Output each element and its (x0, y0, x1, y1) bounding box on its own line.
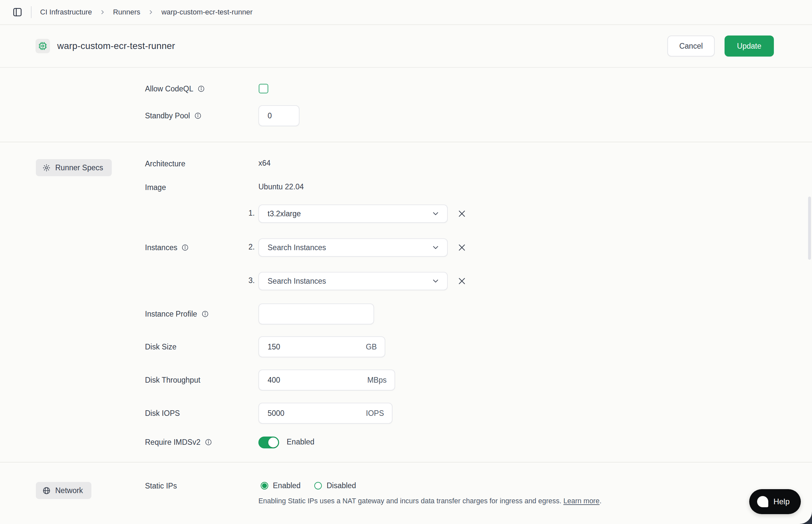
runner-icon-badge (35, 39, 50, 53)
instance-profile-row: Instance Profile (0, 304, 812, 325)
toggle-knob (268, 438, 278, 447)
static-ips-radio-group: Enabled Disabled (261, 481, 356, 490)
instance-row-1: 1. t3.2xlarge (0, 204, 812, 223)
disk-throughput-row: Disk Throughput MBps (0, 370, 812, 391)
cpu-chip-icon (38, 42, 47, 51)
static-ips-disabled-option[interactable]: Disabled (314, 481, 356, 490)
remove-instance-3-button[interactable] (456, 276, 467, 286)
divider (31, 6, 32, 18)
instance-profile-input-wrap (259, 304, 374, 325)
disk-throughput-input[interactable] (259, 370, 395, 391)
breadcrumb-runners[interactable]: Runners (113, 8, 140, 16)
update-button[interactable]: Update (725, 35, 774, 56)
standby-pool-input-wrap (259, 105, 299, 126)
allow-codeql-label-group: Allow CodeQL (145, 80, 205, 98)
imdsv2-state-label: Enabled (287, 438, 314, 446)
image-row: Image Ubuntu 22.04 (0, 178, 812, 197)
instance-row-number: 1. (230, 209, 255, 218)
sidebar-toggle-button[interactable] (12, 6, 23, 18)
radio-unselected-icon (314, 482, 322, 490)
disk-size-row: Disk Size GB (0, 336, 812, 357)
instance-select-3-placeholder: Search Instances (268, 277, 326, 286)
runner-settings-page: CI Infrastructure Runners warp-custom-ec… (0, 0, 812, 524)
help-button[interactable]: Help (749, 489, 801, 514)
section-divider (0, 142, 812, 142)
image-value: Ubuntu 22.04 (259, 182, 304, 191)
chevron-right-icon (99, 9, 106, 15)
scrollbar-thumb[interactable] (808, 197, 811, 260)
allow-codeql-label: Allow CodeQL (145, 84, 193, 93)
learn-more-link[interactable]: Learn more (563, 497, 600, 505)
info-icon[interactable] (201, 310, 209, 317)
imdsv2-toggle[interactable] (259, 437, 279, 448)
remove-instance-1-button[interactable] (456, 208, 467, 219)
chevron-down-icon (431, 243, 440, 252)
image-label: Image (145, 183, 166, 192)
instance-row-2: 2. Search Instances (0, 238, 812, 257)
standby-pool-input[interactable] (259, 105, 299, 126)
instance-select-2-placeholder: Search Instances (268, 243, 326, 252)
standby-pool-label: Standby Pool (145, 112, 190, 120)
instance-row-3: 3. Search Instances (0, 272, 812, 290)
instance-select-1-value: t3.2xlarge (268, 209, 301, 218)
help-text-period: . (600, 497, 602, 505)
allow-codeql-checkbox[interactable] (259, 84, 268, 93)
header-actions: Cancel Update (667, 35, 774, 56)
info-icon[interactable] (198, 85, 205, 92)
radio-selected-icon (261, 482, 268, 490)
chevron-down-icon (431, 277, 440, 285)
static-ips-help-text: Enabling Static IPs uses a NAT gateway a… (259, 497, 602, 505)
standby-pool-label-group: Standby Pool (145, 105, 201, 126)
instance-select-2[interactable]: Search Instances (259, 238, 448, 257)
help-button-label: Help (774, 497, 790, 506)
remove-instance-2-button[interactable] (456, 242, 467, 253)
static-ips-label: Static IPs (145, 481, 177, 490)
chat-bubble-icon (757, 496, 768, 507)
info-icon[interactable] (194, 112, 201, 119)
architecture-label: Architecture (145, 160, 185, 168)
static-ips-row: Static IPs Enabled Disabled (0, 477, 812, 495)
architecture-row: Architecture x64 (0, 154, 812, 173)
disk-throughput-label: Disk Throughput (145, 376, 200, 384)
static-ips-help-body: Enabling Static IPs uses a NAT gateway a… (259, 497, 563, 505)
static-ips-disabled-label: Disabled (327, 481, 356, 490)
disk-size-label: Disk Size (145, 343, 177, 351)
instance-row-number: 2. (230, 243, 255, 251)
disk-iops-input-wrap: IOPS (259, 403, 393, 424)
instance-select-3[interactable]: Search Instances (259, 272, 448, 290)
instance-row-number: 3. (230, 276, 255, 285)
disk-iops-input[interactable] (259, 403, 393, 424)
disk-size-input[interactable] (259, 336, 385, 357)
page-title: warp-custom-ecr-test-runner (57, 41, 175, 51)
instance-profile-input[interactable] (259, 304, 374, 325)
cancel-button[interactable]: Cancel (667, 35, 715, 56)
breadcrumb: CI Infrastructure Runners warp-custom-ec… (40, 8, 252, 16)
instance-select-1[interactable]: t3.2xlarge (259, 204, 448, 223)
disk-size-input-wrap: GB (259, 336, 385, 357)
imdsv2-label: Require IMDSv2 (145, 438, 201, 447)
static-ips-enabled-label: Enabled (273, 481, 300, 490)
breadcrumb-bar: CI Infrastructure Runners warp-custom-ec… (0, 0, 812, 25)
breadcrumb-ci-infrastructure[interactable]: CI Infrastructure (40, 8, 92, 16)
chevron-right-icon (148, 9, 154, 15)
architecture-value: x64 (259, 159, 270, 168)
section-divider (0, 462, 812, 462)
page-header: warp-custom-ecr-test-runner Cancel Updat… (0, 25, 812, 68)
instance-profile-label: Instance Profile (145, 310, 197, 318)
disk-iops-row: Disk IOPS IOPS (0, 403, 812, 424)
allow-codeql-row: Allow CodeQL (0, 80, 812, 98)
disk-throughput-input-wrap: MBps (259, 370, 395, 391)
disk-iops-label: Disk IOPS (145, 409, 180, 418)
static-ips-enabled-option[interactable]: Enabled (261, 481, 300, 490)
panel-left-icon (13, 7, 22, 17)
info-icon[interactable] (205, 439, 212, 446)
breadcrumb-current-runner: warp-custom-ecr-test-runner (162, 8, 253, 16)
imdsv2-row: Require IMDSv2 Enabled (0, 433, 812, 451)
chevron-down-icon (431, 209, 440, 218)
standby-pool-row: Standby Pool (0, 105, 812, 126)
